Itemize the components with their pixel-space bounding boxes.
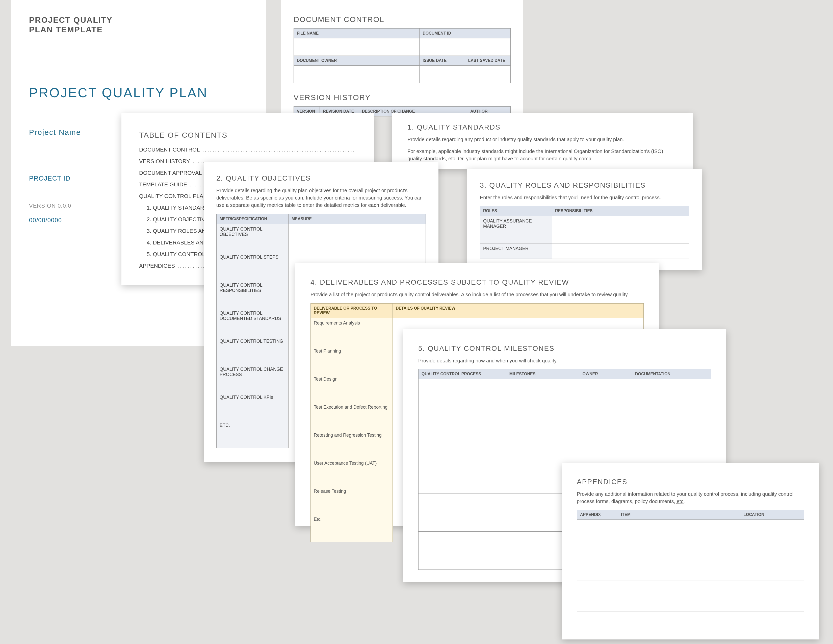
td-blank: [288, 224, 426, 252]
td-blank: [579, 379, 632, 417]
th-doc-owner: DOCUMENT OWNER: [294, 56, 420, 66]
toc-text: VERSION HISTORY: [139, 158, 190, 164]
appendices-p1a: Provide any additional information relat…: [577, 491, 793, 504]
metric-label: QUALITY CONTROL STEPS: [217, 252, 288, 280]
td-blank: [418, 531, 507, 570]
th-milestones: MILESTONES: [506, 369, 579, 379]
td-blank: [465, 66, 510, 83]
td-blank: [418, 456, 507, 493]
toc-item: DOCUMENT CONTROL .......................…: [139, 144, 356, 156]
metric-label: QUALITY CONTROL RESPONSIBILITIES: [217, 280, 288, 308]
td-blank: [420, 39, 511, 56]
td-blank: [420, 66, 465, 83]
toc-text: 1. QUALITY STANDARDS: [147, 204, 212, 211]
metric-label: QUALITY CONTROL CHANGE PROCESS: [217, 364, 288, 392]
doc-title-line2: PLAN TEMPLATE: [29, 25, 103, 34]
appendices-heading: APPENDICES: [577, 478, 804, 486]
document-control-table: FILE NAME DOCUMENT ID DOCUMENT OWNER ISS…: [294, 28, 511, 83]
th-responsibilities: RESPONSIBILITIES: [552, 206, 689, 216]
td-blank: [618, 581, 740, 612]
toc-text: DOCUMENT CONTROL: [139, 147, 199, 153]
metric-label: QUALITY CONTROL TESTING: [217, 336, 288, 364]
document-control-heading: DOCUMENT CONTROL: [294, 15, 511, 24]
role-label: QUALITY ASSURANCE MANAGER: [480, 216, 552, 243]
th-metric: METRIC/SPECIFICATION: [217, 214, 288, 224]
metric-label: ETC.: [217, 420, 288, 448]
th-owner: OWNER: [579, 369, 632, 379]
sec4-p1: Provide a list of the project or product…: [310, 291, 644, 298]
toc-text: APPENDICES: [139, 262, 175, 269]
th-item: ITEM: [618, 510, 740, 520]
appendices-p1b: etc.: [677, 499, 685, 504]
td-blank: [506, 379, 579, 417]
quality-roles-page: 3. QUALITY ROLES AND RESPONSIBILITIES En…: [467, 169, 702, 270]
toc-text: 2. QUALITY OBJECTIVES: [147, 216, 212, 222]
th-location: LOCATION: [740, 510, 804, 520]
td-blank: [552, 243, 689, 259]
main-heading: PROJECT QUALITY PLAN: [29, 85, 249, 100]
deliverable-row: Test Design: [311, 374, 393, 402]
td-blank: [418, 417, 507, 456]
td-blank: [418, 493, 507, 531]
td-blank: [740, 520, 804, 550]
sec3-heading: 3. QUALITY ROLES AND RESPONSIBILITIES: [480, 181, 689, 189]
sec5-p1: Provide details regarding how and when y…: [418, 357, 711, 364]
role-label: PROJECT MANAGER: [480, 243, 552, 259]
document-control-page: DOCUMENT CONTROL FILE NAME DOCUMENT ID D…: [281, 0, 523, 116]
deliverable-row: Test Planning: [311, 346, 393, 374]
td-blank: [506, 417, 579, 456]
sec5-heading: 5. QUALITY CONTROL MILESTONES: [418, 345, 711, 353]
deliverable-row: User Acceptance Testing (UAT): [311, 458, 393, 486]
td-blank: [632, 417, 711, 456]
doc-title: PROJECT QUALITY PLAN TEMPLATE: [29, 15, 249, 35]
doc-title-line1: PROJECT QUALITY: [29, 15, 113, 24]
td-blank: [740, 581, 804, 612]
th-documentation: DOCUMENTATION: [632, 369, 711, 379]
td-blank: [577, 550, 618, 581]
metric-label: QUALITY CONTROL OBJECTIVES: [217, 224, 288, 252]
sec2-heading: 2. QUALITY OBJECTIVES: [216, 174, 426, 182]
td-blank: [552, 216, 689, 243]
version-history-heading: VERSION HISTORY: [294, 93, 511, 102]
sec1-p2c: your plan might have to account for cert…: [465, 156, 591, 161]
td-blank: [740, 550, 804, 581]
toc-text: QUALITY CONTROL PLAN: [139, 193, 207, 199]
deliverable-row: Requirements Analysis: [311, 318, 393, 346]
th-deliverable: DELIVERABLE OR PROCESS TO REVIEW: [311, 304, 393, 318]
td-blank: [294, 39, 420, 56]
toc-heading: TABLE OF CONTENTS: [139, 131, 356, 139]
metric-label: QUALITY CONTROL KPIs: [217, 392, 288, 420]
toc-text: 4. DELIVERABLES AND: [147, 240, 207, 246]
td-blank: [577, 612, 618, 642]
td-blank: [618, 550, 740, 581]
td-blank: [577, 581, 618, 612]
toc-dots: ........................................…: [199, 147, 356, 153]
appendices-page: APPENDICES Provide any additional inform…: [562, 463, 819, 639]
sec3-p1: Enter the roles and responsibilities tha…: [480, 194, 689, 201]
td-blank: [418, 379, 507, 417]
quality-standards-page: 1. QUALITY STANDARDS Provide details reg…: [392, 113, 693, 169]
toc-text: DOCUMENT APPROVAL: [139, 170, 202, 176]
th-appendix: APPENDIX: [577, 510, 618, 520]
appendices-table: APPENDIX ITEM LOCATION: [577, 510, 804, 642]
sec1-p1: Provide details regarding any product or…: [407, 136, 677, 143]
td-blank: [740, 612, 804, 642]
th-roles: ROLES: [480, 206, 552, 216]
sec1-p2: For example, applicable industry standar…: [407, 148, 677, 163]
sec4-heading: 4. DELIVERABLES AND PROCESSES SUBJECT TO…: [310, 278, 644, 287]
th-measure: MEASURE: [288, 214, 426, 224]
th-qc-process: QUALITY CONTROL PROCESS: [418, 369, 507, 379]
toc-text: 5. QUALITY CONTROL: [147, 251, 205, 258]
deliverable-row: Etc.: [311, 514, 393, 542]
toc-text: 3. QUALITY ROLES AND: [147, 228, 210, 234]
sec1-heading: 1. QUALITY STANDARDS: [407, 123, 677, 131]
th-issue-date: ISSUE DATE: [420, 56, 465, 66]
deliverable-row: Test Execution and Defect Reporting: [311, 402, 393, 430]
roles-table: ROLES RESPONSIBILITIES QUALITY ASSURANCE…: [480, 206, 689, 259]
th-doc-id: DOCUMENT ID: [420, 29, 511, 39]
deliverable-row: Release Testing: [311, 486, 393, 514]
td-blank: [618, 520, 740, 550]
td-blank: [618, 612, 740, 642]
th-file-name: FILE NAME: [294, 29, 420, 39]
sec1-p2b: Or,: [458, 156, 465, 161]
